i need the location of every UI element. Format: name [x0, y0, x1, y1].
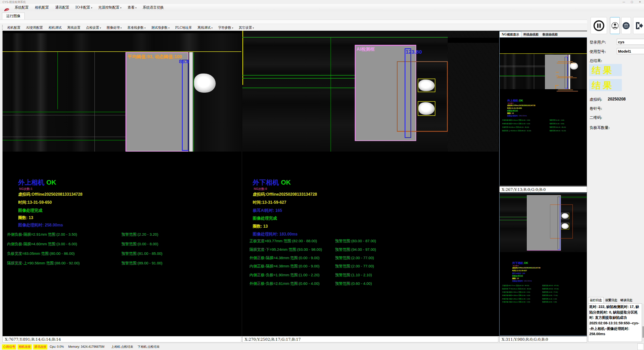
login-user-field[interactable] — [617, 39, 644, 45]
guide-line-horizontal — [242, 78, 355, 79]
comm-connect-badge: 通讯连接 — [33, 344, 47, 349]
model-field[interactable] — [617, 48, 644, 54]
mini-virtual-code: 虚拟码:Offline20250208133134728 — [512, 267, 540, 269]
measurement-text: 外侧正极-隔膜=4.38mm 范围:(0.00 - 9.00) — [249, 256, 319, 260]
mini-camera-title: 外上相机OK — [507, 99, 523, 102]
measurement-text: 负极宽度=83.05mm 范围:(80.00 - 86.00) — [7, 251, 75, 256]
minimize-icon[interactable]: — — [620, 0, 628, 4]
measurement-text: 内侧正极-隔膜=4.38mm 范围:(0.00 - 9.00) — [249, 264, 319, 268]
menu-item-language-switch[interactable]: 系统语言切换 — [140, 4, 166, 10]
menu-item-camera-config[interactable]: 相机配置 — [32, 4, 51, 10]
warning-range-text: 预警范围:(0.60 - 4.00) — [335, 281, 372, 286]
mini-virtual-code: 虚拟码:Offline20250208133134728 — [507, 104, 535, 107]
mini-ai-cost: 极耳AI耗时: 165 — [512, 272, 525, 274]
heartbeat-badge: 心跳信号 — [2, 344, 16, 349]
measurement-text: 隔膜宽度-下=95.24mm 范围:(93.00 - 98.00) — [249, 247, 322, 252]
chevron-down-icon: ▾ — [211, 27, 213, 29]
log-scrollbar[interactable] — [642, 304, 644, 341]
warning-range-text: 预警范围:(0.00 - 8.00) — [121, 242, 158, 247]
tab-run-log[interactable]: 运行日志 — [588, 297, 604, 303]
measurement-row: 内侧正极-隔膜=4.38mm 范围:(0.00 - 9.00) 预警范围:(2.… — [249, 264, 491, 269]
pause-button[interactable] — [591, 17, 607, 34]
exit-button[interactable] — [633, 17, 644, 34]
defect-label-smudge — [557, 91, 578, 91]
run-log-content[interactable]: 耗时: 222, 缺陷检测耗时: 17, 缺陷分类耗时: 0, 缺陷提取分区耗时… — [588, 303, 642, 342]
guide-line-horizontal — [242, 88, 355, 88]
tab-error-log[interactable]: 错误日志 — [619, 297, 634, 303]
chevron-down-icon: ▾ — [91, 7, 92, 9]
ng-snapshot-panel-upper[interactable]: 外上相机OK NG次数:1 虚拟码:Offline202502081331347… — [499, 37, 587, 186]
toolbar-item-offline-debug[interactable]: 离线调试▾ — [195, 24, 215, 30]
chevron-down-icon: ▾ — [135, 7, 137, 9]
mini-upper-image — [500, 53, 587, 89]
user-icon — [611, 21, 619, 31]
measurement-text: 外侧正极-负极=2.61mm 范围:(0.60 - 4.00) — [249, 281, 319, 286]
toolbar-item-image-processing[interactable]: 图像处理▾ — [104, 24, 124, 30]
toolbar-item-camera-debug[interactable]: 相机调试 — [46, 24, 64, 30]
window-title: CYS-视觉检测系统 — [3, 0, 26, 4]
ai-cost-line: 极耳AI耗时: 165 — [253, 208, 282, 213]
mini-done: 图像处理完成 — [507, 110, 518, 112]
tab-settings-log[interactable]: 设置日志 — [604, 297, 619, 303]
defect-box-orange — [556, 57, 559, 61]
measurement-text: 正极宽度=83.77mm 范围:(82.00 - 88.00) — [249, 239, 317, 243]
toolbar-item-baseline-params[interactable]: 基准线参数▾ — [125, 24, 148, 30]
maximize-icon[interactable]: ▢ — [628, 0, 636, 4]
menu-item-system-config[interactable]: 系统配置 — [12, 4, 31, 10]
chevron-down-icon: ▾ — [168, 27, 170, 29]
measurement-row: 内侧负极-隔膜=4.60mm 范围:(3.00 - 6.00) 预警范围:(0.… — [7, 242, 239, 247]
toolbar-item-other-settings[interactable]: 其它设置▾ — [237, 24, 256, 30]
menu-item-light-config[interactable]: 光源控制配置▾ — [96, 4, 124, 10]
toolbar-item-char-params[interactable]: 字符参数▾ — [216, 24, 236, 30]
ng-snapshot-panel-lower[interactable]: 外下相机OK NG次数:0 虚拟码:Offline202502081331347… — [499, 193, 587, 336]
tab-data-curve[interactable]: 数据曲线图 — [540, 31, 560, 38]
toolbar-item-test-params[interactable]: 测试项参数▾ — [149, 24, 172, 30]
cost-line: 图像处理耗时: 258.00ms — [18, 223, 63, 228]
menu-item-comm-config[interactable]: 通讯配置 — [53, 4, 72, 10]
tab-page-background — [0, 20, 587, 24]
toolbar-drag-handle[interactable] — [2, 25, 3, 30]
warning-range-text: 预警范围:(83.00 - 87.00) — [335, 239, 376, 243]
guide-line-vertical — [57, 52, 58, 109]
log-scrollbar-thumb[interactable] — [642, 326, 644, 338]
warning-range-text: 预警范围:(2.00 - 77.00) — [335, 256, 374, 260]
lower-camera-coord-readout: X:270;Y:2502;R:17;G:17;B:17 — [242, 336, 498, 342]
result-badge-upper: 结果 — [589, 64, 622, 76]
toolbar-item-plc-address[interactable]: PLC地址库 — [173, 24, 194, 30]
resize-grip[interactable] — [637, 343, 643, 350]
lower-camera-image[interactable]: AI检测框 123.80 — [242, 31, 498, 152]
negative-tab-count-label: 负极耳数量: — [590, 125, 610, 130]
toolbar-item-offline-settings[interactable]: 离线设置 — [65, 24, 83, 30]
measurement-text: 内侧负极-隔膜=4.60mm 范围:(3.00 - 6.00) — [7, 242, 77, 246]
mini-cost: 图像处理耗时: 258.00ms — [507, 115, 527, 117]
ng-view-tabstrip: NG截图显示料线曲线图数据曲线图 — [499, 31, 587, 37]
tab-line-curve[interactable]: 料线曲线图 — [521, 31, 540, 38]
toolbar-item-camera-config[interactable]: 相机配置 — [5, 24, 23, 30]
ng-count: NG次数:0 — [254, 187, 267, 191]
close-icon[interactable]: ✕ — [636, 0, 644, 4]
measure-box-blue — [405, 48, 411, 138]
upper-camera-image[interactable]: 平均阈值:93, 动态阈值:100 85.88 — [3, 33, 241, 152]
measurement-row: 负极宽度=83.05mm 范围:(80.00 - 86.00) 预警范围:(81… — [7, 251, 239, 256]
status-ok: OK — [46, 179, 56, 186]
users-group-button[interactable] — [621, 17, 631, 34]
tab-ng-snapshot[interactable]: NG截图显示 — [499, 31, 521, 38]
ng-coord-readout-bottom: X:311;Y:980;R:0;G:0;B:0 — [499, 336, 587, 342]
warning-range-text: 预警范围:(2.00 - 77.00) — [335, 264, 374, 269]
camera-result-title: 外下相机OK — [253, 178, 291, 187]
camera-result-title: 外上相机OK — [18, 178, 56, 187]
result-badge-lower: 结果 — [589, 79, 622, 91]
warning-range-text: 预警范围:(94.00 - 97.00) — [335, 247, 376, 252]
defect-box-orange — [555, 85, 559, 89]
measurement-row: 正极宽度=83.77mm 范围:(82.00 - 88.00) 预警范围:(83… — [249, 239, 491, 243]
tab-run-image[interactable]: 运行图像 — [2, 13, 25, 19]
toolbar-item-ai-config[interactable]: AI使用配置 — [24, 24, 45, 30]
warning-range-text: 预警范围:(1.10 - 2.10) — [335, 273, 372, 277]
menu-item-io-config[interactable]: IO卡配置▾ — [73, 4, 95, 10]
time-line: 时间:13-31-59-650 — [18, 200, 52, 205]
user-button[interactable] — [610, 17, 620, 34]
toolbar-item-spot-check[interactable]: 点检设置▾ — [84, 24, 103, 30]
menu-item-view[interactable]: 查看▾ — [125, 4, 139, 10]
lower-camera-status: 下相机:点检结束 — [138, 345, 159, 349]
mini-ng-count: NG次数:0 — [513, 265, 519, 267]
